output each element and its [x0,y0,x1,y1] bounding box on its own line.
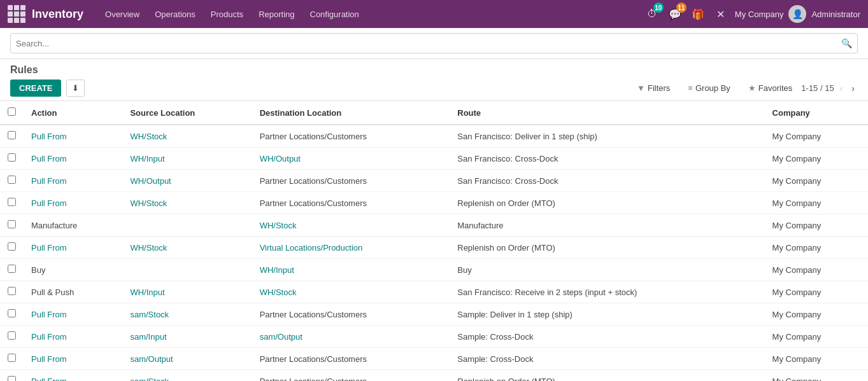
table-body: Pull FromWH/StockPartner Locations/Custo… [0,125,868,381]
create-button[interactable]: CREATE [10,80,61,97]
cell-source[interactable]: WH/Input [122,148,252,170]
row-checkbox[interactable] [8,198,16,206]
nav-operations[interactable]: Operations [148,6,202,23]
nav-products[interactable]: Products [204,6,250,23]
cell-company: My Company [765,259,868,281]
cell-action: Manufacture [24,214,122,237]
activity-button[interactable]: ⏱ 10 [643,5,661,23]
pagination: 1-15 / 15 ‹ › [801,82,858,95]
cell-source[interactable]: sam/Stock [122,370,252,382]
cell-company: My Company [765,192,868,214]
search-input-wrap: 🔍 [10,33,858,53]
row-checkbox-cell [0,370,24,382]
cell-action[interactable]: Pull From [24,237,122,259]
company-label[interactable]: My Company [735,10,784,19]
row-checkbox[interactable] [8,354,16,362]
row-checkbox[interactable] [8,287,16,295]
cell-dest[interactable]: sam/Output [252,326,450,348]
favorites-button[interactable]: ★ Favorites [744,81,796,95]
row-checkbox[interactable] [8,131,16,139]
row-checkbox-cell [0,125,24,148]
prev-page-button[interactable]: ‹ [837,82,846,95]
cell-dest[interactable]: WH/Input [252,259,450,281]
pagination-label: 1-15 / 15 [801,83,834,93]
topbar: Inventory Overview Operations Products R… [0,0,868,28]
cell-action[interactable]: Pull From [24,192,122,214]
cell-dest: Partner Locations/Customers [252,192,450,214]
nav-reporting[interactable]: Reporting [252,6,301,23]
cell-dest[interactable]: Virtual Locations/Production [252,237,450,259]
row-checkbox-cell [0,326,24,348]
table-row: Pull FromWH/StockPartner Locations/Custo… [0,192,868,214]
row-checkbox-cell [0,237,24,259]
avatar[interactable]: 👤 [788,5,806,23]
cell-source[interactable]: WH/Stock [122,192,252,214]
cell-dest[interactable]: WH/Stock [252,281,450,303]
cell-dest[interactable]: WH/Output [252,148,450,170]
page-title-bar: Rules [0,59,868,76]
row-checkbox[interactable] [8,309,16,317]
cell-company: My Company [765,214,868,237]
cell-company: My Company [765,348,868,370]
cell-source[interactable]: sam/Input [122,326,252,348]
cell-action[interactable]: Pull From [24,326,122,348]
row-checkbox-cell [0,148,24,170]
cell-action[interactable]: Pull From [24,125,122,148]
cell-action[interactable]: Pull From [24,148,122,170]
row-checkbox[interactable] [8,242,16,251]
cell-dest: Partner Locations/Customers [252,348,450,370]
row-checkbox-cell [0,170,24,192]
messages-button[interactable]: 💬 11 [666,5,684,23]
search-input[interactable] [16,39,841,48]
cell-route: San Francisco: Cross-Dock [450,148,764,170]
row-checkbox-cell [0,214,24,237]
cell-source[interactable]: WH/Stock [122,125,252,148]
cell-action[interactable]: Pull From [24,303,122,326]
row-checkbox[interactable] [8,331,16,340]
cell-source[interactable]: WH/Input [122,281,252,303]
cell-route: Sample: Cross-Dock [450,348,764,370]
activity-badge: 10 [653,3,664,13]
row-checkbox[interactable] [8,176,16,184]
cell-dest[interactable]: WH/Stock [252,214,450,237]
table-row: Pull Fromsam/Inputsam/OutputSample: Cros… [0,326,868,348]
select-all-checkbox[interactable] [8,107,16,116]
apps-menu-icon[interactable] [8,5,25,23]
cell-source[interactable]: WH/Stock [122,237,252,259]
row-checkbox-cell [0,348,24,370]
cell-company: My Company [765,303,868,326]
bug-button[interactable]: ✕ [712,5,730,23]
cell-source[interactable]: WH/Output [122,170,252,192]
cell-source[interactable]: sam/Stock [122,303,252,326]
cell-route: San Francisco: Cross-Dock [450,170,764,192]
col-action: Action [24,101,122,125]
cell-source [122,214,252,237]
cell-action[interactable]: Pull From [24,348,122,370]
toolbar: CREATE ⬇ ▼ Filters ≡ Group By ★ Favorite… [0,76,868,101]
cell-action[interactable]: Pull From [24,370,122,382]
top-navigation: Overview Operations Products Reporting C… [99,6,643,23]
groupby-button[interactable]: ≡ Group By [684,81,734,95]
filters-button[interactable]: ▼ Filters [633,81,674,95]
cell-company: My Company [765,370,868,382]
cell-source [122,259,252,281]
cell-action[interactable]: Pull From [24,170,122,192]
cell-source[interactable]: sam/Output [122,348,252,370]
nav-overview[interactable]: Overview [99,6,146,23]
col-dest: Destination Location [252,101,450,125]
cell-route: Manufacture [450,214,764,237]
gift-icon: 🎁 [692,8,704,20]
row-checkbox[interactable] [8,220,16,228]
next-page-button[interactable]: › [848,82,858,95]
nav-configuration[interactable]: Configuration [304,6,366,23]
admin-label[interactable]: Administrator [811,10,860,19]
download-button[interactable]: ⬇ [66,80,85,97]
row-checkbox[interactable] [8,265,16,273]
gift-button[interactable]: 🎁 [689,5,707,23]
cell-company: My Company [765,326,868,348]
cell-route: Replenish on Order (MTO) [450,192,764,214]
table-row: Pull Fromsam/StockPartner Locations/Cust… [0,370,868,382]
cell-dest: Partner Locations/Customers [252,303,450,326]
row-checkbox[interactable] [8,376,16,381]
row-checkbox[interactable] [8,153,16,162]
